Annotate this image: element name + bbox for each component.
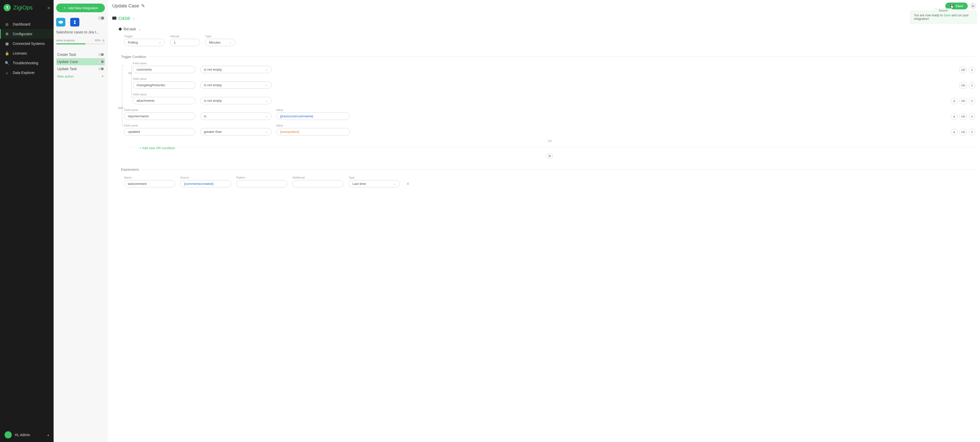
field-label: Value	[276, 108, 350, 111]
nav-dashboard[interactable]: ◎Dashboard	[0, 19, 54, 29]
entity-task[interactable]: fbd.task ⌄	[119, 27, 975, 31]
remove-button[interactable]: X	[969, 82, 975, 89]
sub-entity-label: fbd.task	[124, 27, 136, 31]
new-action-button[interactable]: New action+	[56, 73, 105, 80]
toggle-icon[interactable]	[98, 67, 104, 70]
chevron-down-icon: ⌄	[393, 182, 396, 185]
expr-name-input[interactable]	[124, 180, 175, 187]
field-name-input[interactable]	[124, 112, 196, 120]
expr-source-input[interactable]	[180, 180, 231, 187]
field-label: Field name	[133, 93, 196, 96]
nav-connected-systems[interactable]: ▦Connected Systems	[0, 39, 54, 49]
field-label: Type	[348, 176, 400, 179]
expr-additional-input[interactable]	[293, 180, 344, 187]
field-name-input[interactable]	[133, 81, 196, 89]
trigger-field: Trigger Polling⌄	[124, 35, 165, 46]
field-label: Field name	[124, 124, 196, 127]
add-integration-label: Add New Integration	[68, 6, 98, 10]
field-name-input[interactable]	[124, 128, 196, 135]
chevron-down-icon: ⌄	[266, 130, 268, 133]
value-input[interactable]	[276, 128, 350, 135]
add-integration-button[interactable]: ＋ Add New Integration	[56, 3, 105, 12]
nav-configurator[interactable]: ⚙Configurator	[0, 29, 54, 39]
field-label: Interval	[170, 35, 200, 38]
chevron-down-icon[interactable]: ⌄	[132, 16, 135, 20]
brand: ZigiOps «	[0, 0, 54, 15]
action-label: Update Task	[57, 67, 77, 71]
jira-icon[interactable]	[70, 18, 80, 27]
and-button[interactable]: &	[951, 129, 958, 135]
field-label: Source	[180, 176, 231, 179]
field-label: Field name	[133, 62, 196, 65]
remove-button[interactable]: X	[969, 67, 975, 73]
interval-input[interactable]	[170, 39, 200, 46]
toggle-icon[interactable]	[98, 60, 104, 63]
or-button[interactable]: OR	[959, 129, 967, 135]
chevron-down-icon[interactable]: ⌄	[138, 27, 141, 31]
toggle-icon[interactable]	[98, 53, 104, 56]
operator-select[interactable]: is not empty⌄	[200, 97, 272, 104]
remove-button[interactable]: X	[969, 98, 975, 104]
condition-row: Field name is not empty⌄ ORX	[133, 77, 975, 89]
or-button[interactable]: OR	[959, 98, 967, 104]
action-create-task[interactable]: Create Task	[56, 51, 105, 58]
salesforce-icon[interactable]	[56, 18, 65, 27]
field-label: Value	[276, 124, 350, 127]
progress-bar	[56, 43, 105, 44]
user-greeting: Hi, Admin	[15, 433, 30, 437]
entity-case[interactable]: case ⌄	[112, 15, 975, 21]
remove-button[interactable]: X	[969, 113, 975, 120]
edit-icon[interactable]: ✎	[141, 3, 145, 9]
select-value: greater than	[204, 130, 222, 134]
chevron-up-icon: ▴	[48, 433, 49, 437]
condition-row: Field name is not empty⌄ ORX	[133, 62, 975, 73]
remove-button[interactable]: X	[969, 129, 975, 135]
and-button[interactable]: &	[951, 113, 958, 120]
trigger-select[interactable]: Polling⌄	[124, 39, 165, 46]
expressions-section: Expressions	[121, 168, 975, 171]
and-button[interactable]: &	[951, 98, 958, 104]
tip-callout: Source You are now ready to Save and run…	[910, 11, 977, 24]
grid-icon: ▦	[5, 41, 9, 46]
nav-troubleshooting[interactable]: 🔍Troubleshooting	[0, 58, 54, 68]
add-condition-button[interactable]: ⊕	[547, 153, 553, 159]
field-label: Field name	[124, 108, 196, 111]
select-value: Last time	[352, 182, 366, 186]
action-update-task[interactable]: Update Task	[56, 65, 105, 73]
select-value: is	[204, 114, 206, 118]
run-button[interactable]: ▶	[970, 3, 977, 9]
nav-licenses[interactable]: 🔒Licenses	[0, 49, 54, 58]
nav: ◎Dashboard ⚙Configurator ▦Connected Syst…	[0, 19, 54, 78]
field-name-input[interactable]	[133, 66, 196, 73]
svg-point-1	[59, 21, 63, 24]
action-update-case[interactable]: Update Case	[56, 58, 105, 65]
user-menu[interactable]: Hi, Admin ▴	[0, 428, 54, 442]
value-input[interactable]	[276, 112, 350, 120]
remove-expression-button[interactable]: X	[407, 178, 409, 186]
plus-icon: +	[102, 74, 104, 79]
expr-type-select[interactable]: Last time⌄	[348, 180, 400, 187]
collapse-sidebar-icon[interactable]: «	[48, 5, 50, 11]
integration-toggle[interactable]	[98, 16, 104, 20]
operator-select[interactable]: is not empty⌄	[200, 81, 272, 89]
or-button[interactable]: OR	[959, 82, 967, 89]
field-label: Name	[124, 176, 175, 179]
info-icon[interactable]: i	[102, 39, 105, 42]
operator-select[interactable]: is not empty⌄	[200, 66, 272, 73]
or-button[interactable]: OR	[959, 113, 967, 120]
main-content: Update Case ✎ 💾 Save ▶ Source You are no…	[108, 0, 980, 442]
expr-pattern-input[interactable]	[236, 180, 287, 187]
save-label: Save	[956, 4, 963, 8]
tip-save-word: Save	[943, 14, 950, 17]
avatar-icon	[5, 431, 12, 439]
progress-percent: 60%	[95, 39, 100, 42]
play-icon: ▶	[972, 4, 974, 8]
type-select[interactable]: Minutes⌄	[205, 39, 235, 46]
field-name-input[interactable]	[133, 97, 196, 104]
nav-label: Dashboard	[13, 22, 30, 26]
or-button[interactable]: OR	[959, 67, 967, 73]
nav-data-explorer[interactable]: ⌕Data Explorer	[0, 68, 54, 78]
operator-select[interactable]: greater than⌄	[200, 128, 272, 135]
operator-select[interactable]: is⌄	[200, 112, 272, 120]
chevron-down-icon: ⌄	[229, 41, 231, 44]
